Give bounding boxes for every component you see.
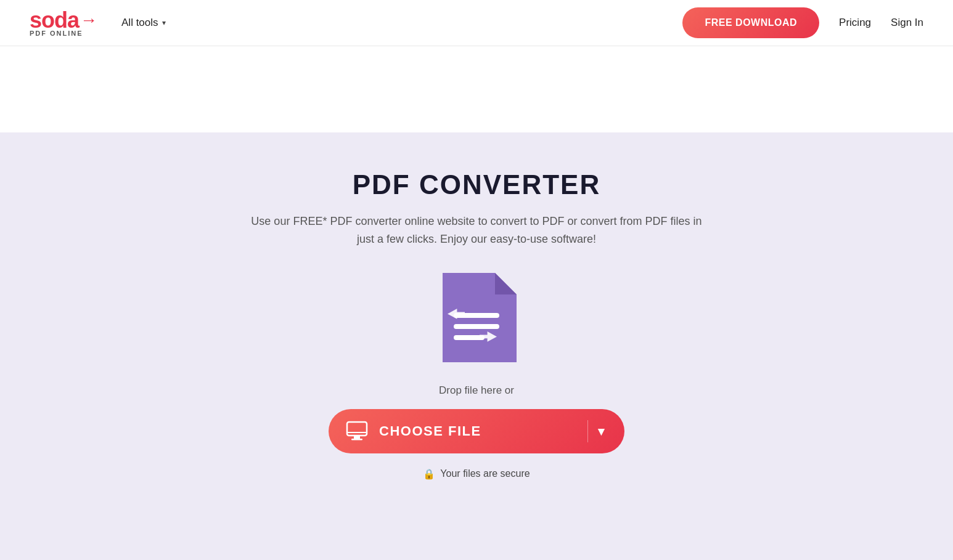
drop-zone: Drop file here or CHOOSE FILE ▾ 🔒 Your f… (329, 273, 624, 480)
btn-left: CHOOSE FILE (346, 420, 481, 442)
choose-file-label: CHOOSE FILE (379, 423, 481, 439)
free-download-label: FREE DOWNLOAD (705, 17, 797, 28)
logo-sub: PDF ONLINE (30, 30, 97, 37)
converter-icon (436, 273, 517, 362)
page-title: PDF CONVERTER (353, 169, 600, 200)
all-tools-button[interactable]: All tools ▾ (121, 17, 166, 29)
header-left: soda→ PDF ONLINE All tools ▾ (30, 9, 166, 37)
svg-rect-6 (354, 436, 360, 439)
hero-spacer (0, 46, 953, 132)
chevron-down-icon: ▾ (162, 18, 166, 27)
choose-file-button[interactable]: CHOOSE FILE ▾ (329, 409, 624, 453)
all-tools-label: All tools (121, 17, 158, 29)
page-subtitle: Use our FREE* PDF converter online websi… (242, 213, 711, 248)
chevron-down-icon: ▾ (598, 424, 605, 439)
header: soda→ PDF ONLINE All tools ▾ FREE DOWNLO… (0, 0, 953, 46)
logo-text: soda (30, 9, 79, 31)
logo[interactable]: soda→ PDF ONLINE (30, 9, 97, 37)
main-content: PDF CONVERTER Use our FREE* PDF converte… (0, 132, 953, 560)
svg-rect-5 (347, 422, 367, 436)
logo-name: soda→ (30, 9, 97, 31)
signin-link[interactable]: Sign In (891, 17, 923, 29)
header-right: FREE DOWNLOAD Pricing Sign In (682, 7, 923, 38)
pricing-link[interactable]: Pricing (839, 17, 871, 29)
pricing-label: Pricing (839, 17, 871, 28)
drop-text: Drop file here or (439, 384, 514, 397)
logo-arrow-icon: → (80, 12, 97, 29)
svg-rect-7 (351, 439, 362, 440)
free-download-button[interactable]: FREE DOWNLOAD (682, 7, 819, 38)
signin-label: Sign In (891, 17, 923, 28)
svg-rect-1 (454, 324, 499, 329)
secure-text: Your files are secure (440, 468, 530, 479)
secure-text-row: 🔒 Your files are secure (423, 468, 530, 480)
lock-icon: 🔒 (423, 468, 435, 480)
button-divider (587, 420, 588, 442)
monitor-icon (346, 420, 368, 442)
